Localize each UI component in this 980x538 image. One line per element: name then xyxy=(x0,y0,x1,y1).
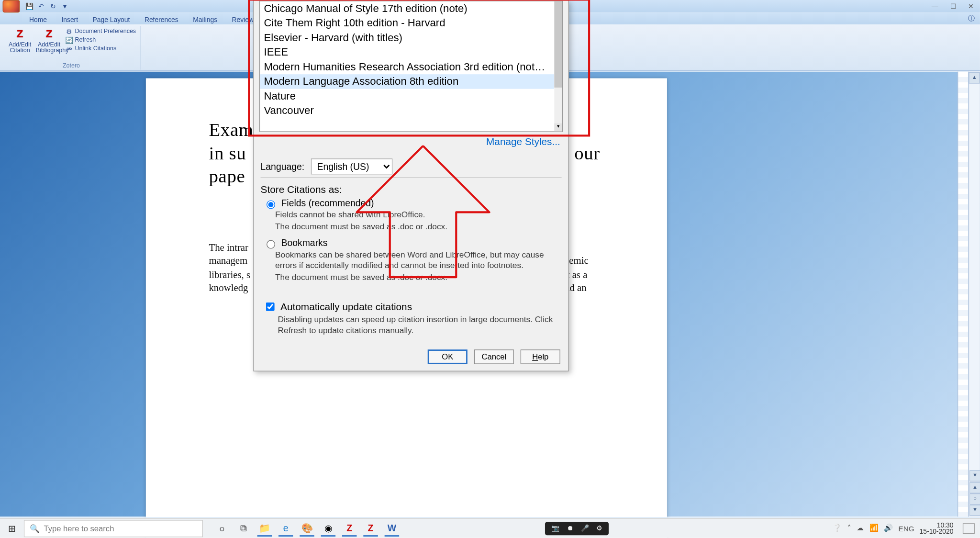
tab-page-layout[interactable]: Page Layout xyxy=(90,14,133,24)
word-icon[interactable]: W xyxy=(385,520,399,536)
auto-update-desc: Disabling updates can speed up citation … xyxy=(278,315,562,336)
unlink-citations-label: Unlink Citations xyxy=(75,45,117,52)
chevron-down-icon[interactable]: ▾ xyxy=(554,123,562,132)
fields-desc-2: The document must be saved as .doc or .d… xyxy=(275,222,562,233)
ribbon-help-icon[interactable]: ⓘ xyxy=(968,14,975,24)
ribbon-group-label: Zotero xyxy=(7,62,136,69)
chevron-up-icon[interactable]: ˄ xyxy=(847,524,851,533)
input-language[interactable]: ENG xyxy=(898,524,914,532)
tab-review[interactable]: Review xyxy=(229,14,256,24)
action-center-icon[interactable] xyxy=(963,523,975,534)
tab-mailings[interactable]: Mailings xyxy=(190,14,220,24)
refresh-icon: 🔄 xyxy=(65,36,73,44)
taskbar-search[interactable]: 🔍 Type here to search xyxy=(24,520,203,537)
minimize-button[interactable]: — xyxy=(932,3,938,10)
citation-style-option[interactable]: Modern Language Association 8th edition xyxy=(260,74,554,89)
game-bar-widget[interactable]: 📷 ⏺ 🎤 ⚙ xyxy=(545,522,609,535)
taskbar-clock[interactable]: 10:30 15-10-2020 xyxy=(920,522,954,535)
bibliography-icon: Z xyxy=(41,26,58,41)
auto-update-checkbox[interactable] xyxy=(266,303,275,311)
language-row: Language: English (US) xyxy=(261,158,562,174)
ribbon-group-zotero: Z Add/Edit Citation Z Add/Edit Bibliogra… xyxy=(3,26,141,69)
help-button[interactable]: Help xyxy=(521,349,560,364)
divider xyxy=(261,177,562,178)
save-icon[interactable]: 💾 xyxy=(25,2,33,11)
refresh-label: Refresh xyxy=(75,36,96,43)
maximize-button[interactable]: ☐ xyxy=(950,3,956,10)
unlink-icon: ⚮ xyxy=(65,45,73,53)
manage-styles-link[interactable]: Manage Styles... xyxy=(486,136,560,147)
citation-style-option[interactable]: IEEE xyxy=(260,45,554,59)
bookmarks-radio[interactable] xyxy=(267,240,275,249)
system-tray: ❔ ˄ ☁ 📶 🔊 ENG 10:30 15-10-2020 xyxy=(833,522,980,535)
body-1a: The intrar xyxy=(209,242,248,253)
zotero-connector-icon[interactable]: Z xyxy=(363,520,378,536)
fields-radio[interactable] xyxy=(267,200,275,209)
refresh-button[interactable]: 🔄 Refresh xyxy=(65,36,136,44)
start-button[interactable]: ⊞ xyxy=(0,518,24,538)
vertical-ruler xyxy=(958,72,969,517)
scroll-track[interactable] xyxy=(969,84,980,471)
edge-icon[interactable]: e xyxy=(278,520,293,536)
document-preferences-label: Document Preferences xyxy=(75,28,136,34)
auto-update-label: Automatically update citations xyxy=(280,301,412,313)
language-select[interactable]: English (US) xyxy=(311,158,392,174)
body-3b: t as a xyxy=(567,269,588,280)
browse-object-icon[interactable]: ○ xyxy=(969,493,980,505)
close-button[interactable]: ✕ xyxy=(968,3,973,10)
record-icon[interactable]: ⏺ xyxy=(567,525,574,532)
scroll-up-icon[interactable]: ▲ xyxy=(969,72,980,84)
citation-style-option[interactable]: Nature xyxy=(260,89,554,103)
paint-icon[interactable]: 🎨 xyxy=(300,520,314,536)
volume-icon[interactable]: 🔊 xyxy=(884,524,893,533)
network-icon[interactable]: 📶 xyxy=(869,524,879,533)
prev-page-icon[interactable]: ▲ xyxy=(969,482,980,493)
cancel-button[interactable]: Cancel xyxy=(474,349,514,364)
mic-icon[interactable]: 🎤 xyxy=(581,525,589,532)
gear-icon: ⚙ xyxy=(65,27,73,35)
settings-icon[interactable]: ⚙ xyxy=(596,525,602,532)
citation-style-option[interactable]: Modern Humanities Research Association 3… xyxy=(260,60,554,74)
citation-style-option[interactable]: Elsevier - Harvard (with titles) xyxy=(260,31,554,45)
task-view-icon[interactable]: ⧉ xyxy=(236,521,250,535)
office-button[interactable] xyxy=(3,0,20,12)
cortana-icon[interactable]: ○ xyxy=(215,521,229,535)
add-edit-bibliography-button[interactable]: Z Add/Edit Bibliography xyxy=(36,26,62,54)
chrome-icon[interactable]: ◉ xyxy=(321,520,335,536)
scroll-down-icon[interactable]: ▼ xyxy=(969,470,980,482)
heading-line-2b: our xyxy=(574,143,600,163)
qat-more-icon[interactable]: ▾ xyxy=(61,2,69,11)
next-page-icon[interactable]: ▼ xyxy=(969,504,980,516)
window-controls: — ☐ ✕ xyxy=(932,3,973,10)
onedrive-icon[interactable]: ☁ xyxy=(857,524,864,533)
store-citations-section: Store Citations as: Fields (recommended)… xyxy=(261,184,562,288)
style-list-scrollbar[interactable]: ▾ xyxy=(554,1,562,132)
redo-icon[interactable]: ↻ xyxy=(49,2,57,11)
citation-style-list[interactable]: Chicago Manual of Style 17th edition (no… xyxy=(259,0,563,132)
auto-update-section: Automatically update citations Disabling… xyxy=(261,301,562,336)
clock-date: 15-10-2020 xyxy=(920,528,954,535)
heading-line-1: Exam xyxy=(209,119,253,140)
document-preferences-button[interactable]: ⚙ Document Preferences xyxy=(65,27,136,35)
unlink-citations-button[interactable]: ⚮ Unlink Citations xyxy=(65,45,136,53)
dialog-buttons: OK Cancel Help xyxy=(428,349,560,364)
camera-icon[interactable]: 📷 xyxy=(551,525,559,532)
scrollbar-thumb[interactable] xyxy=(554,1,562,88)
language-label: Language: xyxy=(261,161,305,172)
citation-style-option[interactable]: Chicago Manual of Style 17th edition (no… xyxy=(260,1,554,16)
file-explorer-icon[interactable]: 📁 xyxy=(257,520,272,536)
citation-style-option[interactable]: Cite Them Right 10th edition - Harvard xyxy=(260,16,554,30)
bookmarks-label: Bookmarks xyxy=(281,237,327,248)
help-tray-icon[interactable]: ❔ xyxy=(833,524,842,533)
ok-button[interactable]: OK xyxy=(428,349,468,364)
undo-icon[interactable]: ↶ xyxy=(37,2,45,11)
add-edit-citation-button[interactable]: Z Add/Edit Citation xyxy=(7,26,33,54)
citation-style-option[interactable]: Vancouver xyxy=(260,103,554,118)
vertical-scrollbar[interactable]: ▲ ▼ ▲ ○ ▼ xyxy=(968,72,980,517)
tab-insert[interactable]: Insert xyxy=(59,14,81,24)
tab-home[interactable]: Home xyxy=(26,14,49,24)
zotero-icon[interactable]: Z xyxy=(342,520,356,536)
tab-references[interactable]: References xyxy=(142,14,181,24)
fields-label: Fields (recommended) xyxy=(281,198,374,208)
bookmarks-desc-1: Bookmarks can be shared between Word and… xyxy=(275,250,562,271)
